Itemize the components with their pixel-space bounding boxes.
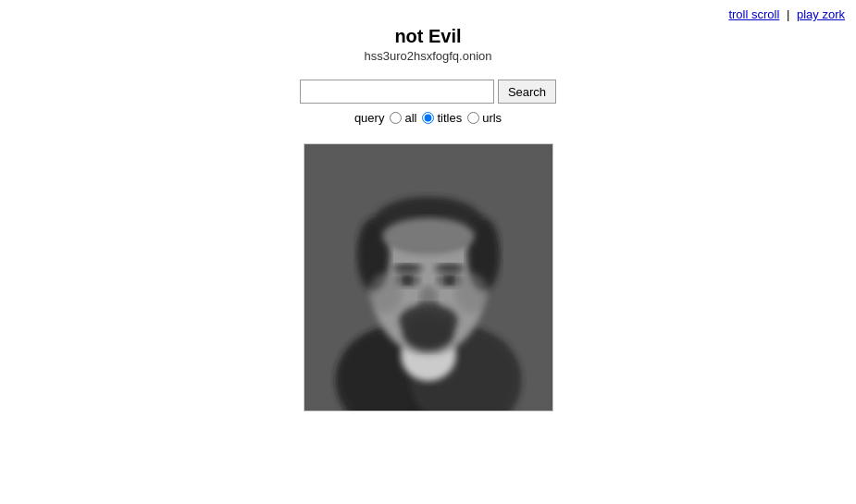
link-separator: | [787, 7, 789, 21]
site-subtitle: hss3uro2hsxfogfq.onion [364, 49, 491, 63]
main-content: not Evil hss3uro2hsxfogfq.onion Search q… [0, 0, 856, 412]
option-urls-label[interactable]: urls [467, 111, 502, 125]
query-label: query [354, 111, 385, 125]
option-all-text: all [404, 111, 416, 125]
option-urls-radio[interactable] [467, 112, 479, 124]
option-all-radio[interactable] [390, 112, 402, 124]
option-titles-text: titles [437, 111, 462, 125]
query-options-row: query all titles urls [354, 111, 502, 125]
search-button[interactable]: Search [498, 80, 556, 104]
search-input[interactable] [300, 80, 494, 104]
search-row: Search [300, 80, 556, 104]
troll-scroll-link[interactable]: troll scroll [728, 7, 779, 21]
svg-rect-23 [304, 144, 552, 411]
hero-image [304, 143, 553, 412]
option-all-label[interactable]: all [390, 111, 416, 125]
option-titles-label[interactable]: titles [422, 111, 462, 125]
site-title: not Evil [394, 26, 461, 47]
top-links: troll scroll | play zork [728, 7, 845, 21]
option-urls-text: urls [482, 111, 502, 125]
option-titles-radio[interactable] [422, 112, 434, 124]
play-zork-link[interactable]: play zork [797, 7, 845, 21]
